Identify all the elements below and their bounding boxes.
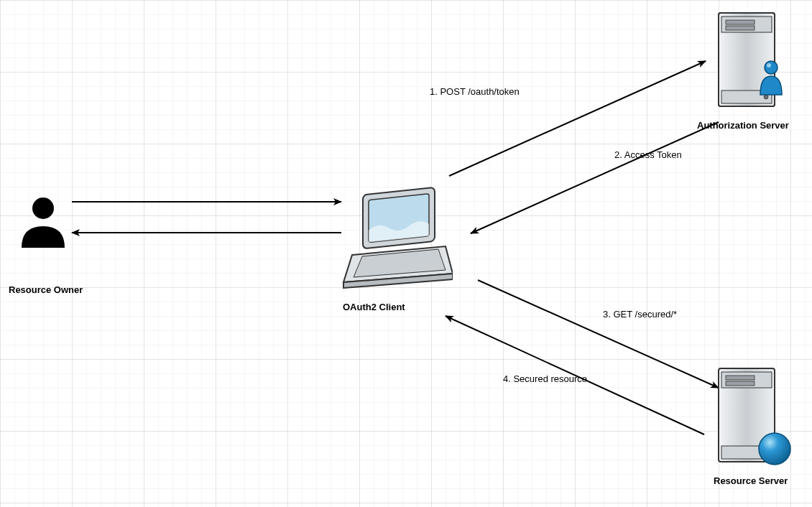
edge-label-step2: 2. Access Token xyxy=(614,149,682,160)
svg-point-12 xyxy=(767,63,771,68)
svg-rect-7 xyxy=(726,20,755,24)
laptop-icon xyxy=(338,183,453,291)
authorization-server-label: Authorization Server xyxy=(697,120,789,131)
svg-rect-16 xyxy=(726,381,755,386)
edge-label-step3: 3. GET /secured/* xyxy=(603,309,677,320)
svg-point-10 xyxy=(764,95,768,99)
edge-label-step1: 1. POST /oauth/token xyxy=(430,86,520,97)
svg-point-19 xyxy=(759,433,790,465)
auth-server-icon xyxy=(704,7,798,122)
svg-rect-15 xyxy=(726,376,755,380)
person-icon xyxy=(18,194,68,251)
svg-point-0 xyxy=(32,197,54,219)
arrow-step3 xyxy=(478,280,719,388)
oauth2-client-label: OAuth2 Client xyxy=(343,302,405,312)
resource-server-label: Resource Server xyxy=(714,475,788,486)
resource-server-icon xyxy=(704,363,798,478)
arrow-step2 xyxy=(471,122,719,233)
edge-label-step4: 4. Secured resource xyxy=(503,373,587,384)
resource-owner-label: Resource Owner xyxy=(9,284,83,295)
svg-point-11 xyxy=(765,61,778,74)
diagram-stage: Resource Owner OAuth2 Client xyxy=(0,0,812,507)
svg-rect-8 xyxy=(726,26,755,30)
